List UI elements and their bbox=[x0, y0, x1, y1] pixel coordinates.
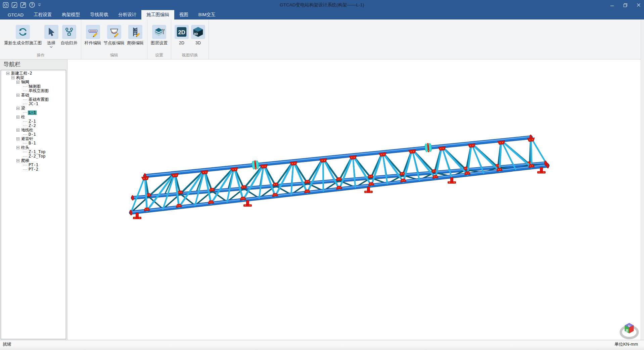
window-right-edge bbox=[641, 19, 644, 340]
tree-connector bbox=[23, 86, 27, 87]
tree-expand-toggle[interactable] bbox=[16, 146, 19, 149]
tree-item-b-1[interactable]: B-1 bbox=[1, 141, 66, 145]
member-edit-icon bbox=[86, 25, 100, 39]
layer-settings-button-label: 图层设置 bbox=[151, 41, 168, 45]
view-2d-button-label: 2D bbox=[179, 41, 184, 45]
ribbon: 重新生成全部施工图选择自动归并操作杆件编辑节点板编辑爬梯编辑编辑图层设置设置2D… bbox=[0, 19, 644, 59]
member-edit-button[interactable]: 杆件编辑 bbox=[85, 19, 101, 52]
statusbar: 就绪 单位KN-mm bbox=[0, 340, 644, 350]
tree-connector bbox=[23, 126, 27, 126]
view-3d-button-label: 3D bbox=[195, 41, 201, 45]
auto-merge-icon bbox=[62, 25, 76, 39]
tree-item-label: JC-1 bbox=[28, 102, 39, 106]
svg-text:2D: 2D bbox=[178, 29, 185, 35]
orientation-cube-logo: U R bbox=[619, 322, 640, 339]
tree-connector bbox=[23, 134, 27, 135]
tree-item-label: L-1 bbox=[28, 111, 37, 115]
svg-text:3D: 3D bbox=[194, 32, 198, 36]
regenerate-all-drawings-button[interactable]: 重新生成全部施工图 bbox=[4, 19, 42, 52]
tree-item-label: 柱 bbox=[20, 115, 26, 119]
nav-tree: 新建工程-2构架轴网轴测图单线立面图基础基础布置图JC-1梁L-1柱Z-1Z-2… bbox=[1, 70, 66, 339]
regenerate-icon bbox=[16, 25, 30, 39]
tree-item-label: 梁 bbox=[20, 106, 26, 111]
tree-item-label: 单线立面图 bbox=[28, 89, 49, 93]
tree-item-new-project-2[interactable]: 新建工程-2 bbox=[1, 71, 66, 76]
ribbon-group-0: 重新生成全部施工图选择自动归并操作 bbox=[1, 19, 81, 59]
tab-bim-interaction[interactable]: BIM交互 bbox=[193, 10, 221, 19]
tree-expand-toggle[interactable] bbox=[6, 72, 9, 75]
tree-connector bbox=[23, 113, 27, 113]
ribbon-group-1: 杆件编辑节点板编辑爬梯编辑编辑 bbox=[81, 19, 148, 59]
logo-letter-front: R bbox=[626, 329, 629, 333]
close-button[interactable] bbox=[637, 3, 641, 7]
tree-expand-toggle[interactable] bbox=[16, 137, 19, 140]
ladder-edit-button-label: 爬梯编辑 bbox=[127, 41, 144, 45]
tab-conductor-load[interactable]: 导线荷载 bbox=[85, 10, 113, 19]
ribbon-group-label-2: 设置 bbox=[147, 52, 171, 58]
minimize-button[interactable] bbox=[610, 3, 614, 7]
tree-expand-toggle[interactable] bbox=[16, 129, 19, 132]
view-2d-icon: 2D bbox=[175, 25, 189, 39]
tree-expand-toggle[interactable] bbox=[16, 116, 19, 119]
tree-expand-toggle[interactable] bbox=[16, 94, 19, 97]
tree-expand-toggle[interactable] bbox=[16, 81, 19, 84]
dropdown-caret-icon[interactable] bbox=[50, 46, 53, 48]
view-2d-button[interactable]: 2D2D bbox=[175, 19, 189, 52]
ribbon-group-label-1: 编辑 bbox=[81, 52, 147, 58]
tree-item-l-1[interactable]: L-1 bbox=[1, 111, 66, 115]
tree-expand-toggle[interactable] bbox=[11, 76, 14, 79]
tree-connector bbox=[23, 99, 27, 100]
tree-item-jc-1[interactable]: JC-1 bbox=[1, 102, 66, 106]
member-edit-button-label: 杆件编辑 bbox=[85, 41, 101, 45]
view-3d-icon: 3D bbox=[191, 25, 205, 39]
tree-connector bbox=[23, 121, 27, 122]
tab-frame-model[interactable]: 构架模型 bbox=[57, 10, 85, 19]
tree-item-d-1[interactable]: D-1 bbox=[1, 132, 66, 137]
tree-expand-toggle[interactable] bbox=[16, 107, 19, 110]
tree-connector bbox=[23, 91, 27, 91]
auto-merge-button-label: 自动归并 bbox=[61, 41, 78, 45]
restore-button[interactable] bbox=[623, 3, 628, 7]
gusset-plate-edit-button-label: 节点板编辑 bbox=[104, 41, 125, 45]
tab-view[interactable]: 视图 bbox=[174, 10, 193, 19]
tab-project-settings[interactable]: 工程设置 bbox=[29, 10, 57, 19]
navigation-panel: 导航栏 新建工程-2构架轴网轴测图单线立面图基础基础布置图JC-1梁L-1柱Z-… bbox=[0, 59, 67, 340]
ladder-edit-icon bbox=[128, 25, 142, 39]
view-3d-button[interactable]: 3D3D bbox=[191, 19, 205, 52]
status-text: 就绪 bbox=[3, 341, 11, 350]
tree-item-frame[interactable]: 构架 bbox=[1, 76, 66, 80]
layer-settings-button[interactable]: 图层设置 bbox=[151, 19, 168, 52]
logo-letter-top: U bbox=[628, 324, 631, 327]
tab-analysis-design[interactable]: 分析设计 bbox=[113, 10, 141, 19]
tree-item-single-line-elevation[interactable]: 单线立面图 bbox=[1, 89, 66, 93]
auto-merge-button[interactable]: 自动归并 bbox=[61, 19, 78, 52]
tree-connector bbox=[23, 143, 27, 144]
ribbon-group-3: 2D2D3D3D视图切换 bbox=[171, 19, 209, 59]
select-button[interactable]: 选择 bbox=[44, 19, 58, 52]
gusset-plate-edit-icon bbox=[107, 25, 121, 39]
tree-item-z-2[interactable]: Z-2 bbox=[1, 124, 66, 128]
tab-gtcad[interactable]: GTCAD bbox=[3, 10, 29, 19]
tree-connector bbox=[23, 104, 27, 104]
drawing-canvas[interactable]: U R bbox=[67, 59, 644, 340]
titlebar: ? GTCAD变电站构架设计系统(构架——L-1) bbox=[0, 0, 644, 10]
tree-connector bbox=[23, 169, 27, 170]
tree-connector bbox=[23, 165, 27, 166]
ribbon-group-label-0: 操作 bbox=[1, 52, 81, 58]
ladder-edit-button[interactable]: 爬梯编辑 bbox=[127, 19, 144, 52]
units-text: 单位KN-mm bbox=[614, 341, 638, 350]
tree-connector bbox=[23, 156, 27, 157]
tree-item-label: Z-2_Top bbox=[28, 154, 46, 159]
tab-construction-drawing-edit[interactable]: 施工图编辑 bbox=[141, 10, 174, 19]
tree-item-z-2-top[interactable]: Z-2_Top bbox=[1, 154, 66, 159]
ribbon-tabbar: GTCAD工程设置构架模型导线荷载分析设计施工图编辑视图BIM交互 bbox=[0, 10, 644, 19]
tree-expand-toggle[interactable] bbox=[16, 159, 19, 162]
tree-item-pt-2[interactable]: PT-2 bbox=[1, 167, 66, 172]
layer-settings-icon bbox=[152, 25, 166, 39]
tree-item-label: PT-2 bbox=[28, 167, 39, 172]
regenerate-all-drawings-button-label: 重新生成全部施工图 bbox=[4, 41, 42, 45]
select-button-label: 选择 bbox=[47, 41, 55, 45]
nav-header: 导航栏 bbox=[0, 59, 67, 70]
gusset-plate-edit-button[interactable]: 节点板编辑 bbox=[104, 19, 125, 52]
tree-connector bbox=[23, 152, 27, 152]
